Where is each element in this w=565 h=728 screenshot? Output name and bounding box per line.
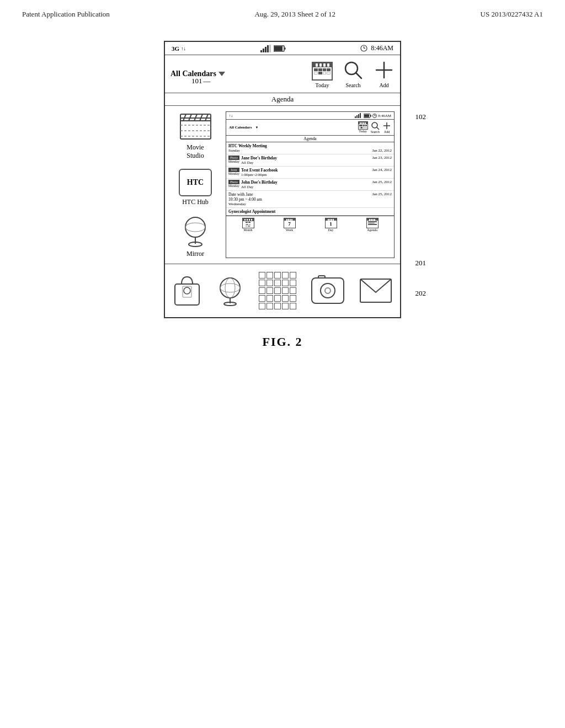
- arrow-101: —: [204, 77, 211, 85]
- status-right: 8:46AM: [360, 44, 393, 52]
- diagram-wrapper: 3G ↑↓: [164, 41, 401, 318]
- envelope-icon: [359, 278, 392, 303]
- svg-line-40: [377, 127, 379, 130]
- event-date-1: Jan 22, 2012: [372, 148, 392, 153]
- today-label: Today: [316, 82, 329, 88]
- mini-network: ↑↓: [229, 114, 233, 118]
- svg-point-25: [185, 217, 205, 237]
- svg-point-47: [225, 278, 235, 298]
- network-label: 3G: [172, 45, 179, 52]
- mini-status-bar: ↑↓: [226, 112, 394, 120]
- icon-badge: Icon: [228, 168, 239, 172]
- htc-label: HTC: [187, 178, 204, 187]
- svg-point-26: [185, 223, 205, 232]
- mini-battery-icon: [364, 114, 371, 118]
- label-202: 202: [415, 289, 427, 298]
- search-icon: [343, 60, 364, 81]
- add-button[interactable]: Add: [374, 60, 395, 88]
- header-center: Aug. 29, 2013 Sheet 2 of 12: [254, 10, 335, 19]
- clock-icon: [360, 45, 367, 52]
- svg-rect-32: [360, 113, 361, 118]
- header-right: US 2013/0227432 A1: [481, 10, 543, 19]
- svg-rect-30: [356, 115, 358, 118]
- mirror-icon: [179, 215, 212, 248]
- label-101-text: 101: [191, 77, 202, 85]
- event-row-htc: HTC Weekly Meeting Sunday Jan 22, 2012: [226, 142, 394, 154]
- photo-badge-2: Photo: [228, 180, 239, 184]
- mini-toolbar: All Calendars ▼: [226, 120, 394, 136]
- movie-studio-icon: [178, 111, 214, 142]
- toolbar-row: All Calendars: [165, 55, 400, 93]
- event-day-1: Sunday: [228, 148, 240, 153]
- tab-month[interactable]: Month: [242, 218, 254, 232]
- event-date-3: Jan 24, 2012: [372, 168, 392, 172]
- svg-point-44: [184, 287, 190, 294]
- mini-bottom-tabs: Month 7: [226, 216, 394, 233]
- event-row-gyn: Gynecologist Appointment: [226, 208, 394, 216]
- label-102: 102: [415, 113, 427, 121]
- event-date-4: Jan 25, 2012: [372, 180, 392, 184]
- status-bar: 3G ↑↓: [165, 42, 400, 55]
- calendar-icon: [312, 62, 333, 81]
- svg-point-48: [220, 283, 240, 292]
- mini-signal-icon: [355, 113, 363, 118]
- agenda-label: Agenda: [165, 93, 400, 106]
- globe-icon: [216, 276, 244, 306]
- event-row-date: Date with Jane10:30 pm ~ 4:00 am Jan 25,…: [226, 191, 394, 208]
- svg-rect-7: [285, 47, 286, 50]
- tab-day[interactable]: 1 Day: [325, 218, 337, 232]
- bottom-icon-row: [165, 264, 400, 317]
- tab-agenda[interactable]: Agenda: [366, 218, 379, 232]
- label-201: 201: [415, 259, 427, 267]
- mini-add-icon: [382, 121, 391, 130]
- event-date-2: Jan 23, 2012: [372, 156, 392, 160]
- mini-time: 8:46AM: [378, 114, 391, 118]
- label-201-text: 201: [415, 259, 427, 267]
- mirror-label: Mirror: [186, 250, 204, 258]
- movie-studio-icon-item[interactable]: MovieStudio: [170, 111, 220, 160]
- tab-week[interactable]: 7 Week: [284, 218, 296, 232]
- toolbar-icons: Today Search: [312, 60, 395, 88]
- dropdown-arrow-icon[interactable]: [218, 72, 225, 76]
- svg-line-12: [356, 73, 361, 78]
- label-101: 101 —: [191, 77, 211, 85]
- svg-rect-34: [364, 114, 369, 117]
- label-202-text: 202: [415, 289, 427, 297]
- movie-studio-label: MovieStudio: [186, 143, 204, 160]
- fig-label: FIG. 2: [0, 335, 565, 349]
- svg-rect-0: [260, 50, 262, 52]
- event-row-jane: Photo Monday Jane Doe's Birthday All Day…: [226, 154, 394, 167]
- network-arrows: ↑↓: [181, 46, 186, 51]
- svg-rect-3: [267, 45, 269, 52]
- svg-point-46: [220, 278, 240, 298]
- header-left: Patent Application Publication: [22, 10, 110, 19]
- status-center: [260, 45, 286, 52]
- signal-bars-icon: [260, 45, 271, 52]
- svg-point-50: [224, 302, 236, 306]
- label-102-text: 102: [415, 113, 427, 121]
- htc-hub-icon-item[interactable]: HTC HTC Hub: [170, 169, 220, 206]
- mini-agenda-label: Agenda: [226, 136, 394, 142]
- mini-search-icon: [371, 121, 380, 130]
- mirror-icon-item[interactable]: Mirror: [170, 215, 220, 258]
- phone-content: MovieStudio HTC HTC Hub: [165, 106, 400, 264]
- event-row-test: Icon Monday Test Event Facebook 1:00pm~2…: [226, 167, 394, 179]
- svg-rect-35: [370, 115, 371, 116]
- time-label: 8:46AM: [371, 44, 393, 52]
- add-label: Add: [379, 82, 388, 88]
- add-icon: [374, 60, 395, 81]
- svg-rect-2: [265, 47, 266, 52]
- photo-badge-1: Photo: [228, 156, 239, 160]
- svg-rect-29: [355, 116, 356, 118]
- htc-box: HTC: [179, 169, 212, 196]
- mini-phone-mockup: ↑↓: [226, 111, 395, 258]
- svg-rect-31: [358, 114, 359, 118]
- search-button[interactable]: Search: [343, 60, 364, 88]
- svg-point-39: [372, 122, 377, 128]
- status-left: 3G ↑↓: [172, 45, 186, 52]
- today-button[interactable]: Today: [312, 62, 333, 88]
- shopping-bag-icon: [173, 274, 201, 307]
- app-sidebar: MovieStudio HTC HTC Hub: [170, 111, 220, 258]
- mini-dropdown: ▼: [255, 126, 258, 129]
- patent-header: Patent Application Publication Aug. 29, …: [0, 0, 565, 24]
